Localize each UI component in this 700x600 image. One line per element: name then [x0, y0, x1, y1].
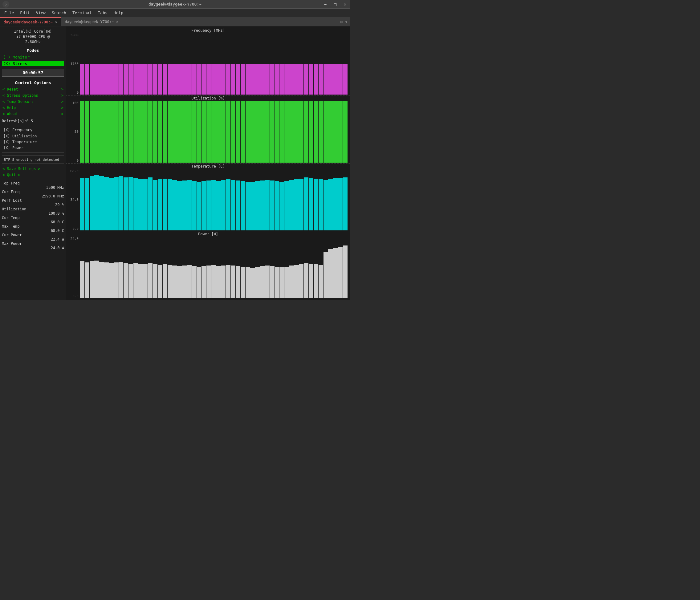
minimize-button[interactable]: −: [320, 0, 330, 9]
stress-mode[interactable]: (X) Stress: [2, 61, 64, 66]
menu-help[interactable]: Help: [110, 9, 126, 16]
quit-button[interactable]: < Quit >: [2, 173, 64, 177]
bar: [314, 169, 318, 230]
bar: [168, 101, 172, 162]
bar: [211, 33, 216, 95]
bar: [99, 237, 104, 298]
bar: [319, 33, 323, 95]
menu-search[interactable]: Search: [49, 9, 69, 16]
tab-inactive[interactable]: daygeek@daygeek-Y700:~ ×: [61, 17, 122, 26]
bar: [284, 101, 289, 162]
bar: [294, 101, 299, 162]
bar: [172, 101, 177, 162]
maximize-button[interactable]: □: [330, 0, 340, 9]
bar: [324, 33, 328, 95]
checkbox-temperature[interactable]: [X] Temperature: [3, 139, 62, 145]
menu-view[interactable]: View: [33, 9, 49, 16]
menu-edit[interactable]: Edit: [17, 9, 33, 16]
frequency-chart-area: 3500 1750 0: [69, 33, 348, 95]
close-button[interactable]: ×: [340, 0, 350, 9]
bar: [90, 101, 94, 162]
monitor-mode[interactable]: ( ) Monitor: [2, 54, 64, 60]
bar: [206, 169, 211, 230]
menu-file[interactable]: File: [1, 9, 17, 16]
bar: [221, 101, 226, 162]
bar: [94, 33, 99, 95]
bar: [143, 169, 148, 230]
bar: [211, 169, 216, 230]
bar: [343, 237, 348, 298]
window-controls[interactable]: − □ ×: [320, 0, 350, 9]
bar: [231, 169, 235, 230]
bar: [260, 169, 265, 230]
bar: [241, 237, 245, 298]
tab-pin-icon[interactable]: ⊞: [340, 19, 342, 24]
timer-display: 00:00:57: [2, 69, 64, 77]
checkbox-utilization[interactable]: [X] Utilization: [3, 133, 62, 139]
bar: [309, 169, 313, 230]
control-help[interactable]: < Help >: [2, 105, 64, 110]
bar: [85, 169, 89, 230]
control-stress-options[interactable]: < Stress Options >: [2, 93, 64, 98]
bar: [324, 101, 328, 162]
bar: [211, 237, 216, 298]
control-options-title: Control Options: [2, 80, 64, 85]
bar: [324, 169, 328, 230]
control-reset[interactable]: < Reset >: [2, 87, 64, 92]
frequency-chart-title: Frequency [MHz]: [69, 28, 348, 33]
control-help-arrow: >: [61, 106, 64, 110]
bar: [80, 169, 84, 230]
bar: [192, 101, 197, 162]
bar: [177, 169, 182, 230]
bar: [226, 169, 230, 230]
bar: [94, 101, 99, 162]
bar: [172, 33, 177, 95]
bar: [177, 33, 182, 95]
bar: [143, 237, 148, 298]
bar: [304, 101, 308, 162]
power-chart: Power [W] 24.0 0.0: [66, 231, 350, 299]
control-reset-arrow: >: [61, 87, 64, 92]
bar: [289, 237, 294, 298]
bar: [299, 33, 304, 95]
bar: [255, 237, 260, 298]
tab-menu-icon[interactable]: ▾: [345, 19, 348, 24]
bar: [158, 101, 162, 162]
bar: [90, 169, 94, 230]
bar: [128, 237, 133, 298]
bar: [304, 33, 308, 95]
bar: [309, 33, 313, 95]
bar: [206, 101, 211, 162]
control-about[interactable]: < About >: [2, 111, 64, 116]
perf-lost-label: Perf Lost: [2, 198, 22, 203]
utilization-chart-area: 100 50 0: [69, 101, 348, 162]
util-y-max: 100: [72, 101, 79, 105]
bar: [216, 169, 221, 230]
bar: [236, 237, 240, 298]
checkbox-power[interactable]: [X] Power: [3, 145, 62, 151]
checkbox-frequency[interactable]: [X] Frequency: [3, 127, 62, 133]
bar: [333, 237, 338, 298]
tab-active[interactable]: daygeek@daygeek-Y700:~ ×: [0, 17, 61, 26]
bar: [265, 33, 270, 95]
bar: [197, 101, 201, 162]
tab-active-close[interactable]: ×: [55, 20, 57, 24]
frequency-bars: [80, 33, 348, 95]
bar: [236, 101, 240, 162]
control-temp-sensors[interactable]: < Temp Sensors >: [2, 99, 64, 104]
bar: [80, 33, 84, 95]
control-stress-label: < Stress Options: [2, 93, 38, 98]
utilization-chart: Utilization [%] 100 50 0: [66, 96, 350, 163]
freq-y-min: 0: [76, 90, 79, 95]
cur-freq-value: 2593.0 MHz: [2, 194, 64, 198]
menu-tabs[interactable]: Tabs: [95, 9, 110, 16]
menu-terminal[interactable]: Terminal: [69, 9, 95, 16]
save-settings[interactable]: < Save Settings >: [2, 166, 64, 171]
bar: [333, 169, 338, 230]
bar: [85, 237, 89, 298]
bar: [246, 101, 250, 162]
bar: [182, 169, 187, 230]
bar: [109, 237, 114, 298]
tab-inactive-close[interactable]: ×: [116, 20, 118, 24]
bar: [148, 33, 152, 95]
